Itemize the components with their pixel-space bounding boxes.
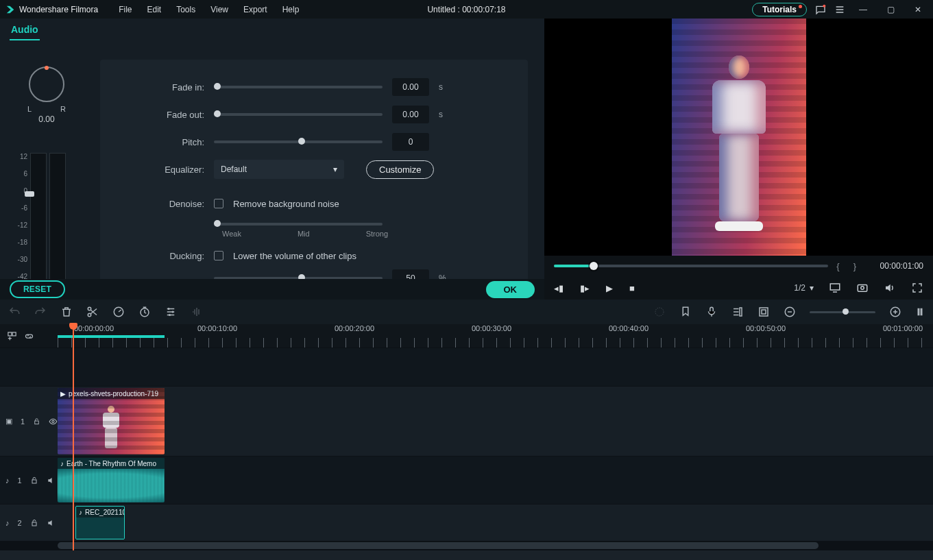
denoise-strong-label: Strong (366, 230, 388, 238)
lock-icon[interactable] (33, 417, 40, 426)
speed-icon[interactable] (112, 306, 125, 318)
step-back-icon[interactable]: ◂▮ (554, 283, 564, 293)
fade-in-unit: s (439, 82, 448, 92)
mark-out-icon[interactable]: } (853, 261, 856, 271)
monitor-icon[interactable] (829, 282, 841, 294)
mark-in-icon[interactable]: { (836, 261, 839, 271)
audio-track-1: ♪1 ♪Earth - The Rhythm Of Memo (0, 456, 933, 504)
zoom-out-icon[interactable] (784, 306, 796, 318)
chevron-down-icon: ▾ (333, 165, 337, 174)
vu-bar-right (49, 153, 66, 297)
split-icon[interactable] (86, 306, 99, 318)
mute-icon[interactable] (47, 518, 56, 528)
volume-thumb[interactable] (25, 191, 34, 197)
audio-track-icon: ♪ (5, 476, 10, 485)
preview-scale-select[interactable]: 1/2 ▾ (794, 283, 814, 293)
tab-audio[interactable]: Audio (10, 20, 40, 40)
pitch-label: Pitch: (117, 137, 204, 147)
menu-edit[interactable]: Edit (141, 2, 169, 17)
window-minimize[interactable]: — (853, 5, 873, 14)
ok-button[interactable]: OK (486, 281, 535, 298)
audio-clip-2[interactable]: ♪REC_202110 (75, 506, 125, 539)
svg-rect-15 (762, 310, 766, 314)
fade-out-slider[interactable] (214, 113, 383, 116)
window-maximize[interactable]: ▢ (881, 5, 900, 14)
ruler-region (58, 335, 165, 338)
play-icon[interactable]: ▶ (606, 283, 613, 293)
ducking-checkbox[interactable] (214, 251, 223, 260)
audio-waveform-icon[interactable] (191, 306, 203, 318)
timeline-toolbar (0, 300, 933, 324)
svg-rect-2 (858, 285, 867, 292)
chevron-down-icon: ▾ (810, 283, 814, 293)
undo-icon[interactable] (8, 306, 21, 318)
link-icon[interactable] (24, 331, 34, 341)
menu-export[interactable]: Export (237, 2, 274, 17)
video-clip[interactable]: ▶pexels-shvets-production-719 (58, 388, 165, 454)
color-tuning-icon[interactable] (165, 306, 177, 318)
pan-l-label: L (27, 105, 32, 113)
volume-icon[interactable] (884, 282, 896, 294)
zoom-fit-icon[interactable] (915, 306, 925, 318)
denoise-check-label: Remove background noise (233, 199, 339, 209)
denoise-checkbox[interactable] (214, 199, 223, 208)
fade-in-slider[interactable] (214, 86, 383, 88)
delete-icon[interactable] (60, 306, 73, 318)
redo-icon[interactable] (34, 306, 47, 318)
reset-button[interactable]: RESET (10, 280, 65, 298)
svg-rect-21 (12, 332, 16, 335)
svg-point-23 (52, 420, 54, 422)
timeline-ruler[interactable]: 00:00:00:00 00:00:10:00 00:00:20:00 00:0… (0, 324, 933, 348)
lock-icon[interactable] (30, 519, 38, 527)
clip-title: Earth - The Rhythm Of Memo (66, 460, 156, 467)
lock-icon[interactable] (30, 476, 38, 485)
pan-dial[interactable] (29, 66, 64, 102)
svg-rect-18 (918, 308, 920, 316)
ruler-tick: 00:00:30:00 (472, 324, 511, 332)
zoom-in-icon[interactable] (889, 306, 901, 318)
marker-icon[interactable] (679, 306, 692, 318)
zoom-slider[interactable] (810, 311, 875, 313)
fade-out-unit: s (439, 110, 448, 119)
ducking-check-label: Lower the volume of other clips (233, 251, 356, 261)
snapshot-icon[interactable] (856, 282, 869, 294)
denoise-slider[interactable] (214, 223, 383, 226)
fullscreen-icon[interactable] (911, 282, 923, 294)
fade-out-value[interactable]: 0.00 (392, 106, 429, 123)
eye-icon[interactable] (49, 417, 58, 426)
menu-tools[interactable]: Tools (169, 2, 202, 17)
duration-icon[interactable] (138, 306, 151, 318)
menu-view[interactable]: View (204, 2, 235, 17)
vu-meter (30, 153, 66, 297)
audio-mixer-icon[interactable] (731, 306, 744, 318)
window-close[interactable]: ✕ (908, 5, 928, 14)
crop-icon[interactable] (758, 306, 770, 318)
stop-icon[interactable]: ■ (629, 283, 635, 293)
vu-tick: -30 (14, 256, 27, 273)
svg-rect-14 (760, 308, 768, 316)
record-voiceover-icon[interactable] (705, 306, 718, 318)
pitch-slider[interactable] (214, 141, 383, 143)
mute-icon[interactable] (47, 476, 56, 485)
clip-title: pexels-shvets-production-719 (69, 390, 158, 398)
customize-button[interactable]: Customize (366, 160, 434, 179)
main-menu: File Edit Tools View Export Help (112, 2, 306, 17)
tutorials-button[interactable]: Tutorials (752, 3, 807, 16)
menu-file[interactable]: File (112, 2, 138, 17)
menu-help[interactable]: Help (276, 2, 306, 17)
step-forward-icon[interactable]: ▮▸ (580, 283, 590, 293)
render-icon[interactable] (653, 306, 666, 318)
message-icon[interactable] (815, 4, 826, 15)
preview-seek-slider[interactable] (554, 265, 828, 267)
vu-bar-left (30, 153, 47, 297)
svg-rect-24 (32, 480, 36, 483)
equalizer-select[interactable]: Default ▾ (214, 160, 344, 179)
list-icon[interactable] (834, 4, 845, 15)
add-track-icon[interactable] (7, 331, 17, 341)
fade-in-value[interactable]: 0.00 (392, 78, 429, 96)
fade-in-label: Fade in: (117, 82, 204, 93)
preview-video[interactable] (544, 19, 933, 256)
audio-clip-1[interactable]: ♪Earth - The Rhythm Of Memo (58, 458, 165, 502)
pitch-value[interactable]: 0 (392, 133, 429, 151)
timeline-horizontal-scrollbar[interactable] (0, 541, 933, 550)
